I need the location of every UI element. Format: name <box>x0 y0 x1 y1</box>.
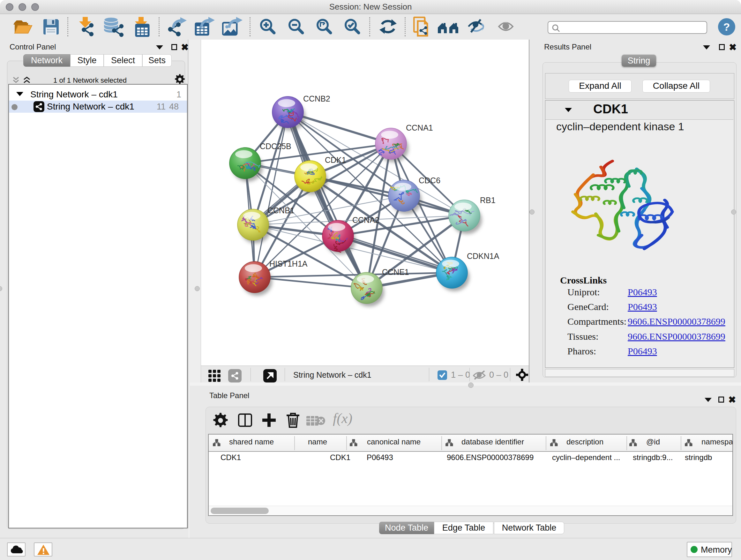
svg-text:CDC6: CDC6 <box>419 176 441 185</box>
svg-text:CCNA1: CCNA1 <box>406 123 433 132</box>
svg-text:CCNA2: CCNA2 <box>352 215 380 225</box>
svg-text:CDC25B: CDC25B <box>260 142 291 151</box>
svg-text:CCNE1: CCNE1 <box>382 267 409 276</box>
svg-text:CCNB2: CCNB2 <box>303 94 330 103</box>
svg-text:HIST1H1A: HIST1H1A <box>269 259 308 268</box>
svg-text:CCNB1: CCNB1 <box>267 206 294 215</box>
svg-text:CDKN1A: CDKN1A <box>467 252 499 260</box>
svg-text:CDK1: CDK1 <box>325 155 346 165</box>
svg-text:RB1: RB1 <box>480 196 495 205</box>
